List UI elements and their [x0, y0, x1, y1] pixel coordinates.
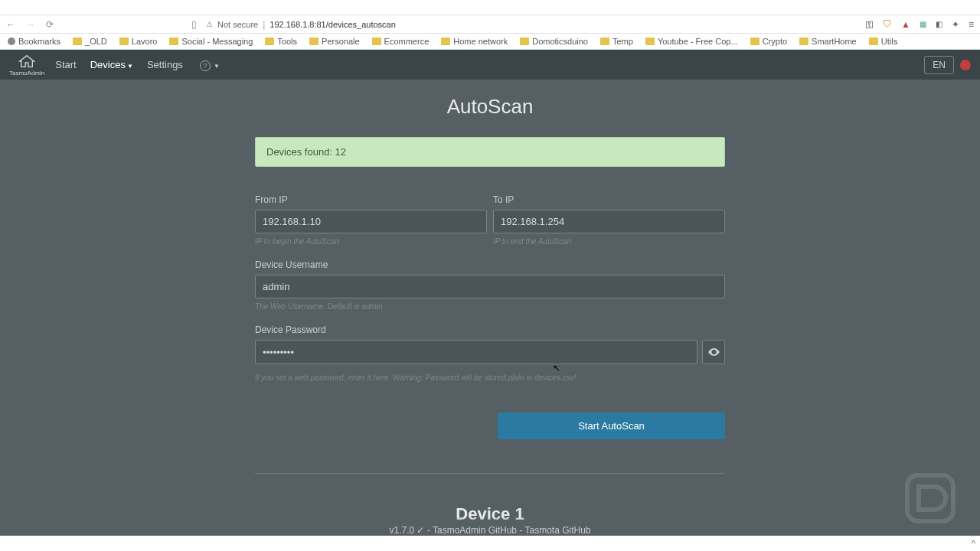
bookmark-page-icon[interactable]: ▯	[191, 19, 197, 30]
svg-rect-0	[907, 475, 953, 521]
bookmark-item[interactable]: _OLD	[73, 37, 107, 46]
eye-icon	[708, 348, 720, 356]
extension-icon-3[interactable]: ◧	[936, 20, 942, 28]
from-ip-input[interactable]	[255, 210, 487, 233]
extension-icon-2[interactable]: ▦	[920, 20, 926, 28]
bookmark-item[interactable]: Youtube - Free Cop...	[645, 37, 738, 46]
bookmarks-bar: Bookmarks _OLD Lavoro Social - Messaging…	[0, 34, 980, 50]
bookmark-item[interactable]: Bookmarks	[8, 37, 60, 46]
browser-toolbar: ← → ⟳ ▯ ⚠ Not secure | 192.168.1.8:81/de…	[0, 15, 980, 34]
bookmark-item[interactable]: Lavoro	[119, 37, 158, 46]
forward-icon: →	[26, 19, 35, 30]
app-brand-text: TasmoAdmin	[9, 70, 44, 77]
page-title: AutoScan	[0, 80, 980, 137]
bookmark-item[interactable]: Ecommerce	[372, 37, 430, 46]
browser-tab-strip	[0, 0, 980, 15]
security-status[interactable]: Not secure	[217, 20, 258, 29]
extension-icon-1[interactable]: ▲	[901, 19, 910, 30]
tasmoadmin-github-link[interactable]: TasmoAdmin GitHub	[433, 525, 517, 536]
success-alert: Devices found: 12	[255, 137, 725, 167]
nav-devices[interactable]: Devices▼	[90, 59, 133, 70]
username-label: Device Username	[255, 259, 725, 270]
key-icon[interactable]: ⚿	[865, 20, 874, 29]
main-content: AutoScan Devices found: 12 From IP IP to…	[0, 80, 980, 551]
security-warning-icon[interactable]: ⚠	[206, 20, 213, 28]
to-ip-input[interactable]	[493, 210, 725, 233]
password-label: Device Password	[255, 324, 725, 335]
from-ip-label: From IP	[255, 194, 487, 205]
bookmark-item[interactable]: SmartHome	[799, 37, 857, 46]
extensions-icon[interactable]: ✦	[952, 19, 959, 30]
nav-start[interactable]: Start	[55, 59, 76, 70]
os-taskbar: ^	[0, 536, 980, 551]
tasmota-github-link[interactable]: Tasmota GitHub	[524, 525, 590, 536]
browser-menu-icon[interactable]: ≡	[969, 19, 974, 30]
password-input[interactable]	[255, 340, 697, 364]
toggle-password-visibility[interactable]	[702, 340, 725, 364]
app-logo[interactable]: TasmoAdmin	[9, 54, 44, 77]
password-help: If you set a web password, enter it here…	[255, 373, 725, 382]
nav-settings[interactable]: Settings	[147, 59, 183, 70]
start-autoscan-button[interactable]: Start AutoScan	[498, 412, 725, 439]
bookmark-item[interactable]: Utils	[869, 37, 897, 46]
username-input[interactable]	[255, 275, 725, 298]
bookmark-item[interactable]: Personale	[309, 37, 360, 46]
chevron-down-icon: ▼	[127, 63, 133, 70]
bookmark-item[interactable]: Social - Messaging	[169, 37, 253, 46]
footer: v1.7.0 ✓ - TasmoAdmin GitHub - Tasmota G…	[0, 517, 980, 536]
help-icon[interactable]: ?	[200, 60, 211, 71]
bookmark-item[interactable]: Domoticsduino	[520, 37, 588, 46]
bookmark-item[interactable]: Temp	[600, 37, 633, 46]
username-help: The Web Username. Default is admin	[255, 302, 725, 311]
address-bar-url[interactable]: 192.168.1.8:81/devices_autoscan	[270, 20, 396, 29]
back-icon[interactable]: ←	[6, 19, 15, 30]
chevron-down-icon: ▼	[214, 63, 220, 70]
status-indicator[interactable]	[960, 60, 971, 70]
version-text: v1.7.0 ✓	[389, 525, 424, 536]
section-divider	[255, 473, 725, 474]
from-ip-help: IP to begin the AutoScan	[255, 237, 487, 246]
shield-icon[interactable]: ⛉	[883, 19, 892, 30]
taskbar-up-icon[interactable]: ^	[972, 539, 975, 548]
bookmark-item[interactable]: Home network	[441, 37, 508, 46]
reload-icon[interactable]: ⟳	[46, 19, 54, 30]
bookmark-item[interactable]: Crypto	[750, 37, 787, 46]
bookmark-item[interactable]: Tools	[265, 37, 297, 46]
to-ip-help: IP to end the AutoScan	[493, 237, 725, 246]
app-navbar: TasmoAdmin Start Devices▼ Settings ?▼ EN	[0, 50, 980, 80]
to-ip-label: To IP	[493, 194, 725, 205]
language-button[interactable]: EN	[924, 56, 954, 74]
